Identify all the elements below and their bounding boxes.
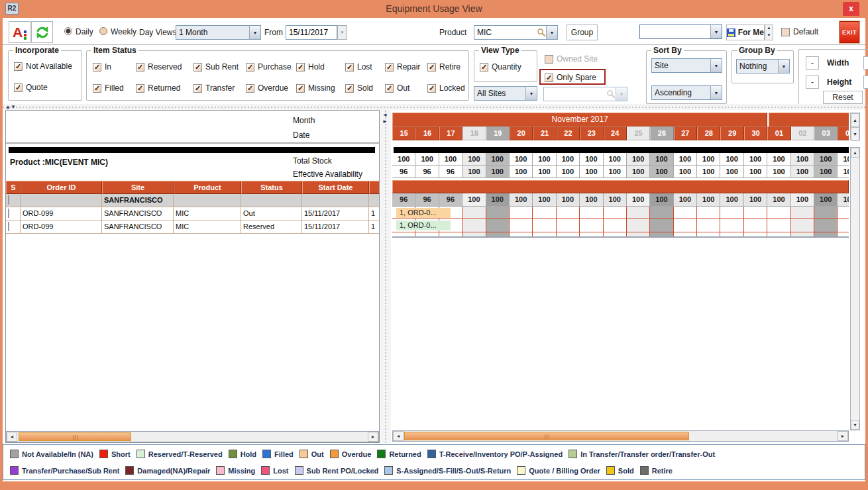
quantity-checkbox[interactable]: ✓ — [480, 63, 488, 72]
weekly-radio[interactable] — [99, 27, 107, 35]
not-available-checkbox[interactable]: ✓ — [14, 62, 23, 71]
column-header[interactable]: Product — [174, 181, 241, 194]
legend-swatch — [295, 466, 303, 475]
sort-direction-select[interactable]: Ascending ▼ — [651, 85, 722, 100]
height-minus-button[interactable]: - — [806, 75, 819, 89]
order-row[interactable]: ORD-099SANFRANCISCOMICOut15/11/20171 — [6, 207, 380, 220]
product-combo[interactable]: MIC ▼ — [474, 25, 558, 40]
app-icon: R2 — [5, 3, 19, 15]
day-views-select[interactable]: 1 Month ▼ — [176, 25, 261, 40]
status-checkbox[interactable]: ✓ — [193, 84, 202, 93]
scroll-right-icon[interactable]: ► — [838, 431, 848, 441]
right-horizontal-scrollbar[interactable]: ◄ ► — [392, 430, 849, 442]
scroll-right-icon[interactable]: ► — [368, 432, 378, 442]
legend-item: Lost — [261, 466, 288, 475]
cell-product: MIC — [174, 220, 241, 234]
row-checkbox[interactable] — [8, 209, 9, 218]
scroll-down-icon[interactable]: ▼ — [851, 127, 859, 141]
width-plus-button-clipped[interactable] — [863, 56, 868, 70]
status-checkbox[interactable]: ✓ — [93, 63, 101, 72]
search-icon[interactable] — [537, 28, 546, 37]
column-header[interactable]: S — [6, 181, 21, 194]
group-button[interactable]: Group — [567, 24, 598, 40]
chevron-down-icon[interactable]: ▼ — [710, 59, 722, 72]
status-checkbox[interactable]: ✓ — [345, 63, 354, 72]
legend-swatch — [10, 450, 19, 458]
from-date-dropdown[interactable]: ▼ — [337, 25, 347, 40]
row-checkbox[interactable] — [8, 222, 9, 231]
splitter-up-icon[interactable]: ▲▼ — [5, 104, 16, 110]
effective-availability-row-cell: 100 — [580, 166, 603, 178]
height-plus-button-clipped[interactable] — [863, 75, 868, 89]
total-stock-row-cell: 100 — [697, 153, 720, 166]
column-header[interactable]: Site — [102, 181, 174, 194]
legend-item: Hold — [229, 450, 256, 458]
product-info: Product :MIC(EVENT MIC) — [10, 158, 108, 167]
default-checkbox[interactable] — [781, 28, 790, 36]
reset-button[interactable]: Reset — [823, 91, 863, 104]
status-checkbox[interactable]: ✓ — [93, 84, 101, 93]
refresh-button[interactable] — [31, 21, 53, 43]
status-checkbox[interactable]: ✓ — [296, 63, 305, 72]
status-checkbox[interactable]: ✓ — [136, 84, 144, 93]
font-settings-button[interactable]: A — [9, 21, 30, 43]
status-checkbox[interactable]: ✓ — [246, 63, 254, 72]
chevron-down-icon[interactable]: ▼ — [249, 26, 260, 39]
chevron-down-icon[interactable]: ▼ — [778, 60, 789, 73]
all-sites-select[interactable]: All Sites ▼ — [474, 86, 537, 101]
right-vertical-scrollbar[interactable]: ▲ ▼ — [850, 147, 860, 430]
exit-button[interactable]: EXIT — [840, 21, 859, 43]
column-header[interactable]: Status — [241, 181, 302, 194]
chevron-down-icon[interactable]: ▼ — [710, 25, 722, 38]
status-checkbox[interactable]: ✓ — [136, 63, 144, 72]
order-row[interactable]: ORD-099SANFRANCISCOMICReserved15/11/2017… — [6, 220, 380, 234]
width-minus-button[interactable]: - — [806, 56, 819, 70]
scroll-left-icon[interactable]: ◄ — [7, 432, 17, 442]
status-checkbox[interactable]: ✓ — [427, 63, 436, 72]
scrollbar-thumb[interactable] — [404, 432, 689, 440]
left-horizontal-scrollbar[interactable]: ◄ ► — [6, 431, 379, 442]
status-checkbox[interactable]: ✓ — [385, 84, 394, 93]
scroll-left-icon[interactable]: ◄ — [393, 431, 404, 441]
daily-radio[interactable] — [64, 27, 72, 35]
for-me-spinner[interactable]: ▲▼ — [765, 24, 773, 40]
grid-cell — [674, 207, 697, 219]
order-bar-chip[interactable]: 1, ORD-0... — [396, 220, 451, 230]
chevron-down-icon[interactable]: ▼ — [710, 86, 722, 99]
chevron-down-icon[interactable]: ▼ — [546, 26, 557, 39]
scroll-down-icon[interactable]: ▼ — [851, 420, 859, 430]
scroll-up-icon[interactable]: ▲ — [851, 113, 859, 127]
sort-field-select[interactable]: Site ▼ — [651, 58, 722, 73]
scroll-up-icon[interactable]: ▲ — [851, 148, 859, 158]
saved-view-combo[interactable]: ▼ — [639, 24, 722, 39]
close-button[interactable]: x — [843, 2, 859, 16]
chevron-down-icon[interactable]: ▼ — [525, 87, 537, 100]
column-header[interactable]: Order ID — [21, 181, 102, 194]
scrollbar-thumb[interactable] — [19, 432, 131, 441]
order-bar-chip[interactable]: 1, ORD-0... — [396, 208, 451, 218]
splitter-left-icon[interactable]: ◄ — [382, 112, 388, 118]
splitter-right-icon[interactable]: ► — [382, 119, 388, 124]
status-checkbox[interactable]: ✓ — [345, 84, 354, 93]
column-header[interactable]: Start Date — [302, 181, 369, 194]
status-checkbox[interactable]: ✓ — [193, 63, 202, 72]
status-transfer-row: ✓Transfer — [193, 83, 235, 93]
status-checkbox[interactable]: ✓ — [246, 84, 254, 93]
quote-checkbox[interactable]: ✓ — [14, 83, 23, 92]
status-checkbox[interactable]: ✓ — [385, 63, 394, 72]
status-checkbox[interactable]: ✓ — [296, 84, 305, 93]
horizontal-splitter[interactable]: ▲▼ — [3, 104, 865, 110]
only-spare-checkbox[interactable]: ✓ — [545, 74, 553, 82]
for-me-button[interactable]: For Me — [726, 24, 765, 40]
default-label: Default — [793, 27, 818, 36]
group-by-select[interactable]: Nothing ▼ — [736, 59, 790, 74]
header-spinner[interactable]: ▲ ▼ — [850, 113, 860, 140]
from-date-input[interactable] — [286, 25, 337, 40]
status-sold-row: ✓Sold — [345, 83, 373, 93]
vertical-splitter[interactable]: ◄ ► — [380, 110, 391, 443]
status-checkbox[interactable]: ✓ — [427, 84, 436, 93]
order-bar-row[interactable]: 1, ORD-0... — [392, 219, 849, 232]
row-checkbox[interactable] — [8, 195, 9, 205]
site-group-row[interactable]: SANFRANCISCO — [6, 194, 380, 207]
order-bar-row[interactable]: 1, ORD-0... — [392, 207, 849, 219]
